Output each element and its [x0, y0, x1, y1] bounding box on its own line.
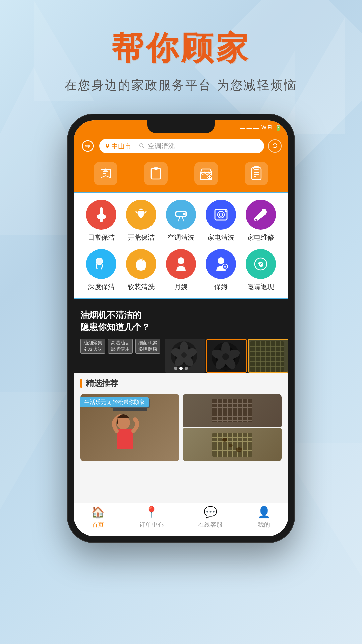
bottom-nav-orders[interactable]: 📍 订单中心	[139, 506, 164, 529]
service-label: 日常保洁	[88, 233, 115, 242]
banner-tag-1: 油烟聚集引发火灾	[80, 339, 105, 354]
service-label: 邀请返现	[247, 282, 274, 291]
svg-point-2	[87, 146, 88, 147]
svg-rect-12	[155, 167, 157, 170]
search-placeholder-text: 空调清洗	[148, 142, 175, 151]
nav-icon-memo[interactable]	[245, 162, 268, 185]
hero-subtitle: 在您身边的家政服务平台 为您减轻烦恼	[65, 77, 297, 94]
svg-line-5	[143, 147, 144, 148]
service-label: 深度保洁	[88, 282, 115, 291]
svg-line-26	[136, 211, 138, 213]
featured-section: 精选推荐	[74, 373, 288, 467]
svg-rect-75	[113, 408, 147, 411]
featured-card-right[interactable]	[183, 394, 282, 461]
svg-point-104	[236, 447, 242, 452]
svg-point-30	[183, 213, 186, 215]
service-thorough-cleaning[interactable]: 深度保洁	[83, 249, 120, 291]
banner-tag-2: 高温油垢影响使用	[108, 339, 133, 354]
chat-icon[interactable]	[80, 139, 95, 153]
location-tag[interactable]: 中山市	[105, 142, 135, 151]
services-grid: 日常保洁 开荒保洁	[74, 192, 288, 299]
nav-icons-row	[74, 159, 288, 192]
featured-card-left[interactable]: 生活乐无忧 轻松帮你顾家	[80, 394, 179, 461]
svg-point-103	[222, 438, 227, 442]
orders-label: 订单中心	[139, 521, 164, 529]
bottom-nav-home[interactable]: 🏠 首页	[91, 506, 105, 529]
profile-label: 我的	[258, 521, 270, 529]
svg-point-105	[229, 444, 233, 447]
banner-dot-3[interactable]	[185, 367, 188, 370]
svg-point-53	[181, 352, 187, 358]
service-label: 家电清洗	[207, 233, 234, 242]
svg-point-1	[86, 146, 87, 147]
service-referral[interactable]: 邀请返现	[242, 249, 279, 291]
service-appliance-cleaning[interactable]: 家电清洗	[202, 200, 239, 242]
svg-point-33	[219, 213, 223, 216]
svg-point-4	[140, 144, 143, 147]
service-label: 开荒保洁	[128, 233, 155, 242]
svg-line-27	[144, 211, 146, 213]
home-label: 首页	[92, 521, 104, 529]
service-label: 家电维修	[247, 233, 274, 242]
nav-icon-orders[interactable]	[144, 162, 168, 185]
refresh-button[interactable]	[268, 139, 282, 153]
orders-icon: 📍	[145, 506, 158, 519]
svg-point-35	[255, 219, 257, 221]
service-appliance-repair[interactable]: 家电维修	[242, 200, 279, 242]
banner-dot-2[interactable]	[179, 367, 183, 370]
featured-title: 精选推荐	[86, 378, 118, 389]
app-header: 中山市 空调清洗	[74, 135, 288, 159]
profile-icon: 👤	[257, 506, 271, 519]
service-label: 月嫂	[174, 282, 188, 291]
featured-card-label: 生活乐无忧 轻松帮你顾家	[80, 397, 149, 407]
service-label: 软装清洗	[128, 282, 155, 291]
banner-dot-1[interactable]	[174, 367, 177, 370]
banner-main-text: 油烟机不清洁的隐患你知道几个？	[80, 309, 160, 333]
service-icon: 💬	[204, 506, 217, 519]
svg-point-40	[218, 257, 224, 264]
location-text: 中山市	[111, 142, 131, 151]
service-soft-cleaning[interactable]: 软装清洗	[123, 249, 160, 291]
svg-rect-25	[100, 216, 103, 222]
service-label: 空调清洗	[168, 233, 194, 242]
service-ac-cleaning[interactable]: 空调清洗	[163, 200, 199, 242]
service-daily-cleaning[interactable]: 日常保洁	[83, 200, 120, 242]
banner-tag-3: 细菌积累影响健康	[135, 339, 160, 354]
svg-point-32	[218, 211, 224, 218]
search-bar[interactable]: 中山市 空调清洗	[99, 139, 264, 153]
nav-icon-wishlist[interactable]	[94, 162, 117, 185]
phone-mockup: ▬ ▬ ▬ WiFi 🔋	[67, 114, 295, 543]
service-label: 保姆	[214, 282, 228, 291]
bottom-nav-service[interactable]: 💬 在线客服	[198, 506, 223, 529]
svg-point-61	[222, 353, 229, 360]
bottom-nav-profile[interactable]: 👤 我的	[257, 506, 271, 529]
svg-point-39	[178, 257, 184, 264]
hero-title: 帮你顾家	[111, 27, 251, 70]
home-icon: 🏠	[91, 506, 105, 519]
svg-rect-77	[117, 429, 133, 449]
service-nanny[interactable]: 月嫂	[163, 249, 199, 291]
svg-point-34	[225, 210, 227, 212]
service-deep-cleaning[interactable]: 开荒保洁	[123, 200, 160, 242]
service-housemaid[interactable]: 保姆	[202, 249, 239, 291]
bottom-nav: 🏠 首页 📍 订单中心 💬 在线客服 👤 我的	[74, 503, 288, 536]
banner-section: 油烟机不清洁的隐患你知道几个？ 油烟聚集引发火灾 高温油垢影响使用 细菌积累影响…	[74, 299, 288, 373]
svg-point-3	[89, 146, 90, 147]
nav-icon-store[interactable]	[194, 162, 218, 185]
service-label: 在线客服	[198, 521, 223, 529]
